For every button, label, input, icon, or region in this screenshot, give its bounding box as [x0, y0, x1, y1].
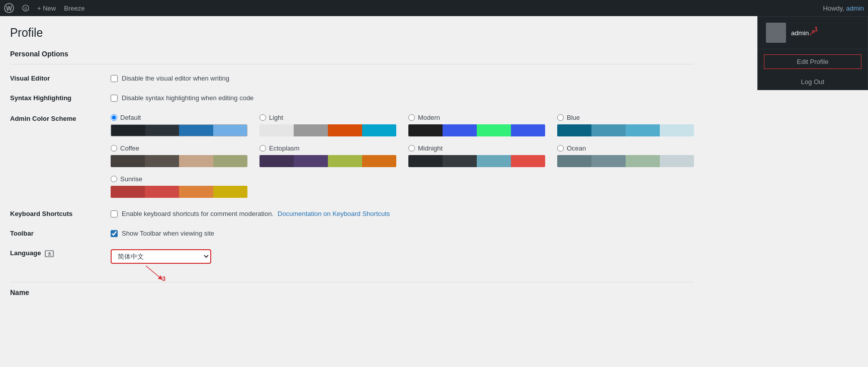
- color-bar-coffee: [111, 155, 247, 167]
- color-scheme-label-default[interactable]: Default: [111, 114, 247, 121]
- syntax-highlighting-checkbox-label[interactable]: Disable syntax highlighting when editing…: [111, 94, 694, 102]
- howdy-text: Howdy,: [823, 5, 844, 12]
- toolbar-checkbox[interactable]: [111, 230, 118, 237]
- color-scheme-label-coffee[interactable]: Coffee: [111, 144, 247, 152]
- syntax-highlighting-row: Syntax Highlighting Disable syntax highl…: [10, 88, 694, 108]
- visual-editor-checkbox-label[interactable]: Disable the visual editor when writing: [111, 75, 694, 82]
- color-scheme-name-default: Default: [120, 114, 141, 121]
- color-swatch: [557, 155, 591, 167]
- color-scheme-sunrise[interactable]: Sunrise: [111, 175, 247, 198]
- color-scheme-label-modern[interactable]: Modern: [408, 114, 545, 121]
- color-scheme-coffee[interactable]: Coffee: [111, 144, 247, 167]
- keyboard-shortcuts-link[interactable]: Documentation on Keyboard Shortcuts: [278, 210, 390, 217]
- language-label: Language 文: [10, 243, 111, 270]
- color-scheme-modern[interactable]: Modern: [408, 114, 545, 136]
- toolbar-text: Show Toolbar when viewing site: [122, 230, 214, 237]
- color-scheme-label-sunrise[interactable]: Sunrise: [111, 175, 247, 183]
- personal-options-heading: Personal Options: [10, 50, 694, 58]
- color-scheme-radio-coffee[interactable]: [111, 145, 117, 152]
- divider-1: [10, 64, 694, 64]
- color-scheme-grid: DefaultLightModernBlueCoffeeEctoplasmMid…: [111, 114, 694, 198]
- color-swatch: [511, 155, 545, 167]
- language-row: Language 文 简体中文 English (United States): [10, 243, 694, 270]
- color-scheme-ocean[interactable]: Ocean: [557, 144, 694, 167]
- color-bar-midnight: [408, 155, 545, 167]
- color-swatch: [213, 155, 247, 167]
- color-swatch: [328, 124, 362, 136]
- svg-text:3: 3: [162, 275, 165, 282]
- color-swatch: [213, 125, 247, 136]
- color-scheme-label-ocean[interactable]: Ocean: [557, 144, 694, 152]
- user-dropdown: admin 1 ↗ Edit Profile Log Out: [757, 16, 868, 90]
- syntax-highlighting-checkbox[interactable]: [111, 95, 118, 102]
- color-scheme-radio-light[interactable]: [259, 114, 266, 121]
- color-scheme-label-blue[interactable]: Blue: [557, 114, 694, 121]
- color-swatch: [626, 124, 660, 136]
- howdy-menu[interactable]: Howdy, admin: [823, 5, 864, 12]
- color-swatch: [145, 186, 179, 198]
- color-swatch: [362, 155, 396, 167]
- color-swatch: [591, 124, 626, 136]
- keyboard-shortcuts-cell: Enable keyboard shortcuts for comment mo…: [111, 204, 694, 224]
- color-swatch: [362, 124, 396, 136]
- color-scheme-radio-modern[interactable]: [408, 114, 415, 121]
- color-swatch: [408, 124, 443, 136]
- color-scheme-blue[interactable]: Blue: [557, 114, 694, 136]
- color-swatch: [179, 125, 213, 136]
- color-bar-ectoplasm: [259, 155, 396, 167]
- color-scheme-label: Admin Color Scheme: [10, 108, 111, 204]
- wp-logo[interactable]: W: [4, 3, 14, 13]
- color-swatch: [294, 155, 328, 167]
- admin-bar: W 0 + New Breeze Howdy, admin: [0, 0, 868, 16]
- color-scheme-label-midnight[interactable]: Midnight: [408, 144, 545, 152]
- color-scheme-radio-default[interactable]: [111, 114, 117, 121]
- keyboard-shortcuts-text: Enable keyboard shortcuts for comment mo…: [122, 210, 274, 217]
- color-swatch: [111, 155, 145, 167]
- color-scheme-default[interactable]: Default: [111, 114, 247, 136]
- color-scheme-midnight[interactable]: Midnight: [408, 144, 545, 167]
- color-scheme-name-ectoplasm: Ectoplasm: [269, 144, 300, 152]
- keyboard-shortcuts-checkbox-label[interactable]: Enable keyboard shortcuts for comment mo…: [111, 210, 694, 217]
- language-select[interactable]: 简体中文 English (United States): [111, 249, 211, 264]
- visual-editor-text: Disable the visual editor when writing: [122, 75, 229, 82]
- page-title: Profile: [10, 26, 694, 40]
- new-button[interactable]: + New: [37, 5, 56, 12]
- color-scheme-radio-blue[interactable]: [557, 114, 564, 121]
- keyboard-shortcuts-label: Keyboard Shortcuts: [10, 204, 111, 224]
- user-display-name: admin 1 ↗: [791, 29, 809, 37]
- color-scheme-ectoplasm[interactable]: Ectoplasm: [259, 144, 396, 167]
- keyboard-shortcuts-checkbox[interactable]: [111, 210, 118, 217]
- visual-editor-checkbox[interactable]: [111, 75, 118, 82]
- color-bar-sunrise: [111, 186, 247, 198]
- color-scheme-name-midnight: Midnight: [418, 144, 443, 152]
- edit-profile-button[interactable]: Edit Profile: [764, 54, 861, 69]
- log-out-button[interactable]: Log Out: [758, 74, 867, 90]
- color-swatch: [591, 155, 626, 167]
- toolbar-checkbox-label[interactable]: Show Toolbar when viewing site: [111, 230, 694, 237]
- color-scheme-radio-ectoplasm[interactable]: [259, 145, 266, 152]
- visual-editor-row: Visual Editor Disable the visual editor …: [10, 68, 694, 88]
- color-swatch: [259, 124, 294, 136]
- divider-2: [10, 282, 694, 282]
- color-swatch: [443, 155, 477, 167]
- color-scheme-radio-ocean[interactable]: [557, 145, 564, 152]
- color-swatch: [179, 186, 213, 198]
- color-swatch: [660, 124, 694, 136]
- color-scheme-radio-midnight[interactable]: [408, 145, 415, 152]
- color-bar-ocean: [557, 155, 694, 167]
- breeze-button[interactable]: Breeze: [64, 5, 84, 12]
- color-scheme-light[interactable]: Light: [259, 114, 396, 136]
- color-scheme-radio-sunrise[interactable]: [111, 176, 117, 182]
- toolbar-label: Toolbar: [10, 224, 111, 243]
- color-scheme-label-ectoplasm[interactable]: Ectoplasm: [259, 144, 396, 152]
- color-scheme-label-light[interactable]: Light: [259, 114, 396, 121]
- name-heading: Name: [10, 288, 694, 297]
- color-swatch: [328, 155, 362, 167]
- comment-count[interactable]: 0: [22, 5, 29, 12]
- svg-text:文: 文: [48, 252, 51, 256]
- username-text: admin: [846, 5, 864, 12]
- color-swatch: [145, 155, 179, 167]
- color-swatch: [111, 125, 145, 136]
- visual-editor-label: Visual Editor: [10, 68, 111, 88]
- color-bar-default: [111, 124, 247, 136]
